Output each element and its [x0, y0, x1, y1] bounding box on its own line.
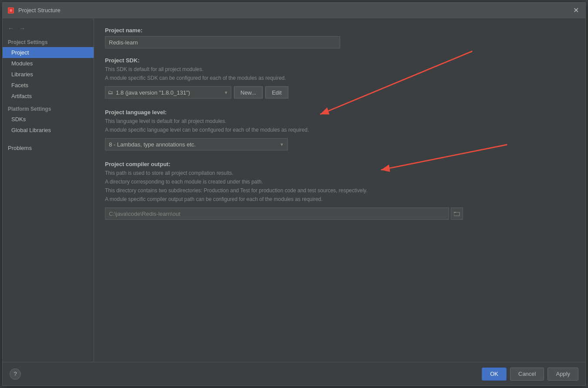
sdk-select[interactable]: 🗂 1.8 (java version "1.8.0_131") ▼: [105, 86, 231, 99]
sdk-select-text: 1.8 (java version "1.8.0_131"): [116, 89, 224, 96]
compiler-output-browse-button[interactable]: [451, 208, 463, 220]
project-name-input[interactable]: [105, 36, 340, 48]
sidebar: ← → Project Settings Project Modules Lib…: [3, 18, 94, 362]
sidebar-item-sdks[interactable]: SDKs: [3, 114, 94, 125]
sidebar-item-modules[interactable]: Modules: [3, 58, 94, 69]
project-sdk-desc1: This SDK is default for all project modu…: [105, 65, 574, 73]
nav-controls: ← →: [3, 22, 94, 37]
sidebar-item-project[interactable]: Project: [3, 47, 94, 58]
sidebar-item-global-libraries[interactable]: Global Libraries: [3, 125, 94, 136]
project-name-label: Project name:: [105, 27, 574, 34]
language-level-select[interactable]: 8 - Lambdas, type annotations etc. ▼: [105, 138, 288, 150]
edit-sdk-button[interactable]: Edit: [265, 86, 288, 99]
new-sdk-button[interactable]: New...: [234, 86, 263, 99]
language-level-desc2: A module specific language level can be …: [105, 126, 574, 134]
app-icon: [7, 7, 15, 14]
main-content: Project name: Project SDK: This SDK is d…: [94, 18, 585, 228]
help-button[interactable]: ?: [10, 368, 21, 380]
project-sdk-desc2: A module specific SDK can be configured …: [105, 74, 574, 82]
language-level-label: Project language level:: [105, 109, 574, 116]
window-title: Project Structure: [18, 7, 571, 14]
sidebar-item-problems[interactable]: Problems: [3, 143, 94, 153]
sdk-dropdown-arrow: ▼: [224, 90, 228, 95]
language-level-select-wrap: 8 - Lambdas, type annotations etc. ▼: [105, 138, 288, 150]
ok-button[interactable]: OK: [482, 368, 507, 381]
compiler-output-desc4: A module specific compiler output path c…: [105, 195, 574, 203]
platform-settings-section-label: Platform Settings: [3, 102, 94, 114]
compiler-output-desc1: This path is used to store all project c…: [105, 169, 574, 177]
forward-button[interactable]: →: [17, 24, 27, 33]
sdk-folder-icon: 🗂: [108, 89, 113, 95]
apply-button[interactable]: Apply: [547, 368, 578, 381]
compiler-output-input[interactable]: [105, 208, 449, 220]
back-button[interactable]: ←: [6, 24, 16, 33]
compiler-output-label: Project compiler output:: [105, 161, 574, 167]
compiler-output-desc3: This directory contains two subdirectori…: [105, 187, 574, 194]
dialog-footer: ? OK Cancel Apply: [3, 362, 585, 385]
cancel-button[interactable]: Cancel: [510, 368, 544, 381]
project-structure-dialog: Project Structure ✕ ← → Project Settings…: [2, 2, 586, 386]
language-level-select-text: 8 - Lambdas, type annotations etc.: [109, 141, 280, 148]
sidebar-item-artifacts[interactable]: Artifacts: [3, 91, 94, 102]
project-settings-section-label: Project Settings: [3, 37, 94, 47]
dialog-body: ← → Project Settings Project Modules Lib…: [3, 18, 585, 362]
main-area: Project name: Project SDK: This SDK is d…: [94, 18, 585, 362]
sdk-row: 🗂 1.8 (java version "1.8.0_131") ▼ New..…: [105, 86, 574, 99]
close-button[interactable]: ✕: [571, 5, 581, 16]
compiler-output-row: [105, 208, 574, 220]
language-level-dropdown-arrow: ▼: [280, 142, 284, 147]
project-sdk-label: Project SDK:: [105, 57, 574, 64]
sidebar-item-libraries[interactable]: Libraries: [3, 69, 94, 80]
sidebar-item-facets[interactable]: Facets: [3, 80, 94, 91]
svg-rect-2: [10, 9, 12, 12]
svg-rect-3: [454, 212, 460, 216]
title-bar: Project Structure ✕: [3, 3, 585, 18]
language-level-desc1: This language level is default for all p…: [105, 117, 574, 125]
compiler-output-desc2: A directory corresponding to each module…: [105, 178, 574, 186]
